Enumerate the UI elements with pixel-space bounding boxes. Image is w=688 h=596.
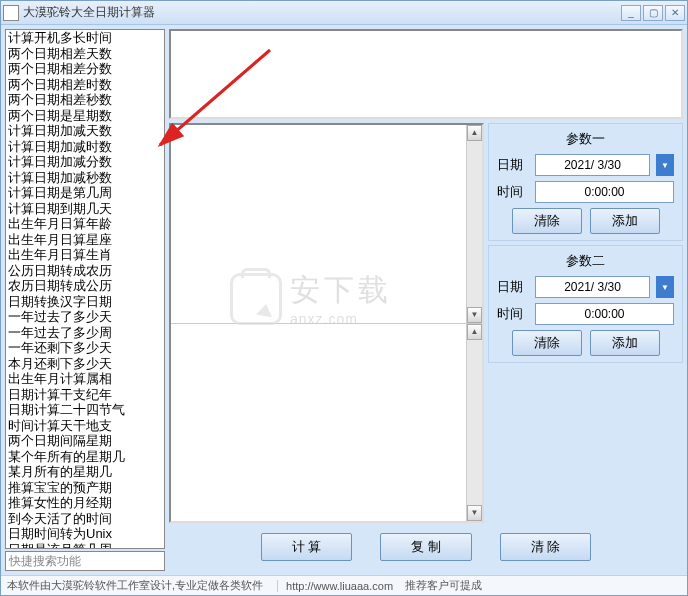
list-item[interactable]: 日期计算干支纪年 [6,387,164,403]
scroll-up-icon[interactable]: ▲ [467,324,482,340]
list-item[interactable]: 计算开机多长时间 [6,30,164,46]
list-item[interactable]: 农历日期转成公历 [6,278,164,294]
copy-button[interactable]: 复 制 [380,533,472,561]
status-bar: 本软件由大漠驼铃软件工作室设计,专业定做各类软件 http://www.liua… [1,575,687,595]
list-item[interactable]: 日期计算二十四节气 [6,402,164,418]
param1-time-input[interactable]: 0:00:00 [535,181,674,203]
param2-clear-button[interactable]: 清除 [512,330,582,356]
param2-title: 参数二 [497,252,674,270]
list-item[interactable]: 一年过去了多少天 [6,309,164,325]
list-item[interactable]: 本月还剩下多少天 [6,356,164,372]
list-item[interactable]: 两个日期相差时数 [6,77,164,93]
titlebar: 大漠驼铃大全日期计算器 _ ▢ ✕ [1,1,687,25]
param1-add-button[interactable]: 添加 [590,208,660,234]
list-item[interactable]: 公历日期转成农历 [6,263,164,279]
output-pane-2: ▲ ▼ [171,324,482,522]
list-item[interactable]: 推算女性的月经期 [6,495,164,511]
param2-add-button[interactable]: 添加 [590,330,660,356]
list-item[interactable]: 计算日期加减时数 [6,139,164,155]
list-item[interactable]: 日期时间转为Unix [6,526,164,542]
action-buttons: 计 算 复 制 清 除 [169,527,683,571]
maximize-button[interactable]: ▢ [643,5,663,21]
calculate-button[interactable]: 计 算 [261,533,353,561]
window-controls: _ ▢ ✕ [621,5,685,21]
params-column: 参数一 日期 2021/ 3/30 ▼ 时间 0:00:00 清除 添加 [488,123,683,523]
close-button[interactable]: ✕ [665,5,685,21]
param1-title: 参数一 [497,130,674,148]
search-input[interactable]: 快捷搜索功能 [5,551,165,571]
param1-time-label: 时间 [497,183,529,201]
param-group-1: 参数一 日期 2021/ 3/30 ▼ 时间 0:00:00 清除 添加 [488,123,683,241]
list-item[interactable]: 日期是该月第几周 [6,542,164,550]
scroll-up-icon[interactable]: ▲ [467,125,482,141]
list-item[interactable]: 出生年月日算星座 [6,232,164,248]
list-item[interactable]: 时间计算天干地支 [6,418,164,434]
output-pane-1: ▲ ▼ [171,125,482,324]
app-icon [3,5,19,21]
footer-text2: 推荐客户可提成 [405,578,482,593]
list-item[interactable]: 推算宝宝的预产期 [6,480,164,496]
list-item[interactable]: 计算日期加减天数 [6,123,164,139]
function-list[interactable]: 计算开机多长时间两个日期相差天数两个日期相差分数两个日期相差时数两个日期相差秒数… [5,29,165,549]
list-item[interactable]: 计算日期到期几天 [6,201,164,217]
list-item[interactable]: 两个日期相差秒数 [6,92,164,108]
param1-date-dropdown[interactable]: ▼ [656,154,674,176]
param-group-2: 参数二 日期 2021/ 3/30 ▼ 时间 0:00:00 清除 添加 [488,245,683,363]
list-item[interactable]: 某个年所有的星期几 [6,449,164,465]
app-window: 大漠驼铃大全日期计算器 _ ▢ ✕ 计算开机多长时间两个日期相差天数两个日期相差… [0,0,688,596]
left-panel: 计算开机多长时间两个日期相差天数两个日期相差分数两个日期相差时数两个日期相差秒数… [5,29,165,571]
minimize-button[interactable]: _ [621,5,641,21]
param2-time-label: 时间 [497,305,529,323]
list-item[interactable]: 出生年月日算生肖 [6,247,164,263]
list-item[interactable]: 某月所有的星期几 [6,464,164,480]
list-item[interactable]: 到今天活了的时间 [6,511,164,527]
scrollbar[interactable]: ▲ ▼ [466,125,482,323]
list-item[interactable]: 两个日期是星期数 [6,108,164,124]
right-panel: ▲ ▼ ▲ ▼ 参数一 日期 [169,29,683,571]
param2-date-input[interactable]: 2021/ 3/30 [535,276,650,298]
param2-date-label: 日期 [497,278,529,296]
param1-clear-button[interactable]: 清除 [512,208,582,234]
list-item[interactable]: 日期转换汉字日期 [6,294,164,310]
list-item[interactable]: 一年过去了多少周 [6,325,164,341]
output-top [169,29,683,119]
app-body: 计算开机多长时间两个日期相差天数两个日期相差分数两个日期相差时数两个日期相差秒数… [1,25,687,575]
list-item[interactable]: 两个日期间隔星期 [6,433,164,449]
list-item[interactable]: 出生年月计算属相 [6,371,164,387]
scroll-down-icon[interactable]: ▼ [467,307,482,323]
footer-text: 本软件由大漠驼铃软件工作室设计,专业定做各类软件 [7,578,263,593]
mid-row: ▲ ▼ ▲ ▼ 参数一 日期 [169,123,683,523]
window-title: 大漠驼铃大全日期计算器 [23,4,621,21]
clear-button[interactable]: 清 除 [500,533,592,561]
footer-url: http://www.liuaaa.com [277,580,393,592]
param1-date-input[interactable]: 2021/ 3/30 [535,154,650,176]
param2-date-dropdown[interactable]: ▼ [656,276,674,298]
list-item[interactable]: 计算日期加减秒数 [6,170,164,186]
list-item[interactable]: 计算日期加减分数 [6,154,164,170]
scrollbar[interactable]: ▲ ▼ [466,324,482,522]
param1-date-label: 日期 [497,156,529,174]
list-item[interactable]: 两个日期相差天数 [6,46,164,62]
param2-time-input[interactable]: 0:00:00 [535,303,674,325]
list-item[interactable]: 出生年月日算年龄 [6,216,164,232]
list-item[interactable]: 两个日期相差分数 [6,61,164,77]
list-item[interactable]: 计算日期是第几周 [6,185,164,201]
output-mid: ▲ ▼ ▲ ▼ [169,123,484,523]
list-item[interactable]: 一年还剩下多少天 [6,340,164,356]
scroll-down-icon[interactable]: ▼ [467,505,482,521]
